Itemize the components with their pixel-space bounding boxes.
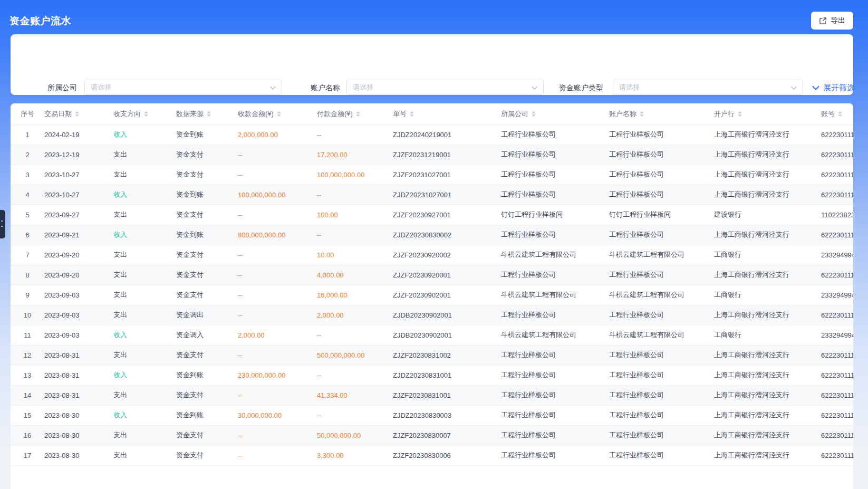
cell-direction: 支出	[113, 265, 176, 285]
cell-bank: 建设银行	[714, 205, 821, 225]
cell-order-no: ZJZF20230902001	[393, 285, 501, 305]
table-row[interactable]: 62023-09-21收入资金到账800,000,000.00--ZJDZ202…	[11, 225, 853, 245]
cell-no: 13	[11, 365, 44, 385]
sort-caret-icon[interactable]	[277, 111, 281, 117]
sort-caret-icon[interactable]	[532, 111, 536, 117]
column-header-2[interactable]: 收支方向	[113, 103, 176, 124]
cell-amount-out: --	[317, 185, 393, 205]
cell-source: 资金支付	[176, 285, 238, 305]
sort-caret-icon[interactable]	[207, 111, 211, 117]
sort-caret-icon[interactable]	[640, 111, 644, 117]
table-row[interactable]: 82023-09-20支出资金支付--4,000.00ZJZF202309200…	[11, 265, 853, 285]
sort-caret-icon[interactable]	[356, 111, 360, 117]
cell-amount-in: 230,000,000.00	[238, 365, 317, 385]
table-row[interactable]: 172023-08-30支出资金支付--3,300.00ZJZF20230830…	[11, 445, 853, 465]
column-label: 收款金额(¥)	[238, 109, 274, 119]
cell-direction: 收入	[113, 325, 176, 345]
cell-account-no: 622230111	[821, 185, 853, 205]
column-header-6[interactable]: 单号	[393, 103, 501, 124]
chevron-down-icon	[532, 83, 537, 92]
cell-amount-in: --	[238, 345, 317, 365]
column-header-5[interactable]: 付款金额(¥)	[317, 103, 393, 124]
cell-bank: 上海工商银行漕河泾支行	[714, 305, 821, 325]
table-row[interactable]: 32023-10-27支出资金支付--100,000,000.00ZJZF202…	[11, 165, 853, 185]
account-type-filter-select[interactable]: 请选择	[613, 80, 803, 95]
cell-no: 8	[11, 265, 44, 285]
column-header-7[interactable]: 所属公司	[501, 103, 609, 124]
table-row[interactable]: 122023-08-31支出资金支付--500,000,000.00ZJZF20…	[11, 345, 853, 365]
table-row[interactable]: 132023-08-31收入资金到账230,000,000.00--ZJDZ20…	[11, 365, 853, 385]
column-header-0: 序号	[11, 103, 44, 124]
table-row[interactable]: 12024-02-19收入资金到账2,000,000.00--ZJDZ20240…	[11, 124, 853, 145]
table-row[interactable]: 112023-09-03收入资金调入2,000.00--ZJDB20230902…	[11, 325, 853, 345]
column-label: 交易日期	[44, 109, 72, 119]
cell-company: 工程行业样板公司	[501, 445, 609, 465]
sort-caret-icon[interactable]	[410, 111, 414, 117]
cell-amount-out: 50,000,000.00	[317, 425, 393, 445]
side-drawer-handle[interactable]	[0, 210, 5, 238]
cell-no: 10	[11, 305, 44, 325]
cell-account-name: 工程行业样板公司	[609, 365, 714, 385]
cell-bank: 上海工商银行漕河泾支行	[714, 265, 821, 285]
cell-bank: 上海工商银行漕河泾支行	[714, 425, 821, 445]
cell-source: 资金支付	[176, 385, 238, 405]
cell-amount-in: --	[238, 145, 317, 165]
cell-source: 资金支付	[176, 205, 238, 225]
cell-amount-out: 17,200.00	[317, 145, 393, 165]
table-row[interactable]: 152023-08-30收入资金到账30,000,000.00--ZJDZ202…	[11, 405, 853, 425]
company-filter-select[interactable]: 请选择	[84, 80, 282, 95]
cell-source: 资金到账	[176, 225, 238, 245]
cell-direction: 支出	[113, 425, 176, 445]
table-row[interactable]: 92023-09-03支出资金支付--16,000.00ZJZF20230902…	[11, 285, 853, 305]
cell-date: 2023-08-31	[44, 385, 113, 405]
cell-order-no: ZJDZ20230830002	[393, 225, 501, 245]
cell-source: 资金支付	[176, 345, 238, 365]
account-name-filter-select[interactable]: 请选择	[346, 80, 544, 95]
cell-account-no: 622230111	[821, 124, 853, 145]
cell-amount-out: 4,000.00	[317, 265, 393, 285]
column-header-8[interactable]: 账户名称	[609, 103, 714, 124]
cell-order-no: ZJDZ20230831001	[393, 365, 501, 385]
column-header-10[interactable]: 账号	[821, 103, 853, 124]
table-row[interactable]: 102023-09-03支出资金调出--2,000.00ZJDB20230902…	[11, 305, 853, 325]
export-button[interactable]: 导出	[811, 12, 853, 30]
cell-account-name: 工程行业样板公司	[609, 265, 714, 285]
table-row[interactable]: 42023-10-27收入资金到账100,000,000.00--ZJDZ202…	[11, 185, 853, 205]
transactions-table-card: 序号交易日期收支方向数据来源收款金额(¥)付款金额(¥)单号所属公司账户名称开户…	[11, 103, 853, 489]
cell-amount-out: 100.00	[317, 205, 393, 225]
sort-caret-icon[interactable]	[75, 111, 79, 117]
cell-no: 14	[11, 385, 44, 405]
cell-bank: 上海工商银行漕河泾支行	[714, 385, 821, 405]
table-row[interactable]: 22023-12-19支出资金支付--17,200.00ZJZF20231219…	[11, 145, 853, 165]
cell-date: 2023-09-21	[44, 225, 113, 245]
filter-panel: 所属公司 请选择 账户名称 请选择 资金账户类型 请选择 展开筛选 搜索 清空搜…	[11, 34, 853, 95]
expand-filters-link[interactable]: 展开筛选	[812, 83, 855, 93]
table-row[interactable]: 52023-09-27支出资金支付--100.00ZJZF20230927001…	[11, 205, 853, 225]
column-header-4[interactable]: 收款金额(¥)	[238, 103, 317, 124]
cell-account-name: 工程行业样板公司	[609, 345, 714, 365]
column-header-9[interactable]: 开户行	[714, 103, 821, 124]
cell-no: 6	[11, 225, 44, 245]
cell-source: 资金调出	[176, 305, 238, 325]
table-row[interactable]: 162023-08-30支出资金支付--50,000,000.00ZJZF202…	[11, 425, 853, 445]
column-header-3[interactable]: 数据来源	[176, 103, 238, 124]
export-button-label: 导出	[831, 16, 845, 25]
cell-direction: 收入	[113, 225, 176, 245]
sort-caret-icon[interactable]	[144, 111, 148, 117]
cell-bank: 上海工商银行漕河泾支行	[714, 445, 821, 465]
cell-amount-in: --	[238, 385, 317, 405]
cell-account-no: 622230111	[821, 425, 853, 445]
sort-caret-icon[interactable]	[838, 111, 842, 117]
cell-account-name: 工程行业样板公司	[609, 405, 714, 425]
sort-caret-icon[interactable]	[738, 111, 742, 117]
table-row[interactable]: 142023-08-31支出资金支付--41,334.00ZJZF2023083…	[11, 385, 853, 405]
column-header-1[interactable]: 交易日期	[44, 103, 113, 124]
cell-account-no: 233294994	[821, 285, 853, 305]
cell-bank: 上海工商银行漕河泾支行	[714, 365, 821, 385]
table-row[interactable]: 72023-09-20支出资金支付--10.00ZJZF20230920002斗…	[11, 245, 853, 265]
cell-no: 3	[11, 165, 44, 185]
cell-order-no: ZJZF20231219001	[393, 145, 501, 165]
cell-company: 工程行业样板公司	[501, 165, 609, 185]
cell-date: 2024-02-19	[44, 124, 113, 145]
cell-source: 资金到账	[176, 124, 238, 145]
